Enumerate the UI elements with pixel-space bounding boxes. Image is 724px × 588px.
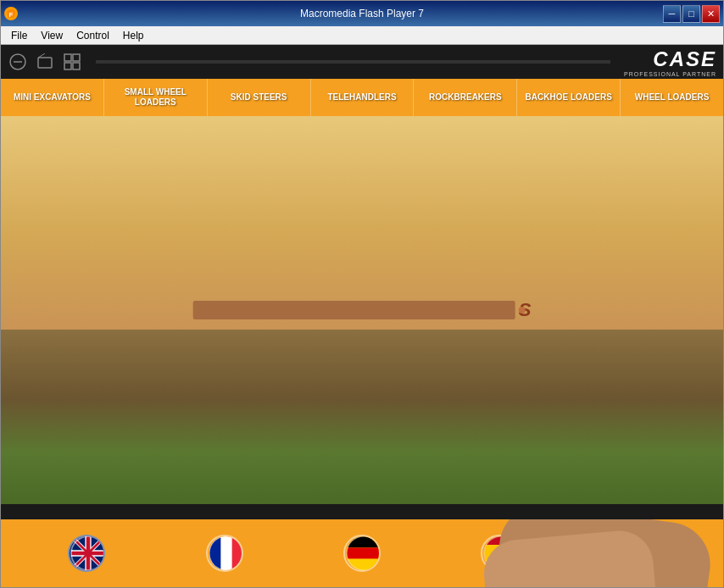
- svg-rect-4: [38, 58, 52, 68]
- main-content: S: [1, 116, 723, 504]
- menu-file[interactable]: File: [4, 28, 34, 43]
- svg-rect-7: [64, 54, 71, 61]
- nav-telehandlers[interactable]: TELEHANDLERS: [311, 79, 415, 116]
- loading-bar: [193, 301, 515, 319]
- restore-button[interactable]: □: [682, 5, 700, 23]
- menu-help[interactable]: Help: [116, 28, 151, 43]
- nav-backhoe-loaders[interactable]: BACKHOE LOADERS: [517, 79, 621, 116]
- nav-wheel-loaders[interactable]: WHEEL LOADERS: [621, 79, 723, 116]
- main-window: F Macromedia Flash Player 7 ─ □ ✕ File V…: [0, 0, 724, 588]
- svg-rect-28: [347, 547, 381, 558]
- title-controls: ─ □ ✕: [663, 5, 720, 23]
- toolbar-icon-x[interactable]: [8, 52, 28, 72]
- menu-control[interactable]: Control: [70, 28, 116, 43]
- nav-rockbreakers[interactable]: ROCKBREAKERS: [414, 79, 517, 116]
- svg-rect-10: [73, 63, 80, 69]
- window-title: Macromedia Flash Player 7: [300, 8, 424, 19]
- loading-dot: [519, 307, 526, 313]
- case-logo-text: CASE: [653, 47, 716, 71]
- svg-text:F: F: [9, 11, 14, 19]
- loading-area: S: [193, 299, 532, 321]
- nav-small-wheel-loaders[interactable]: SMALL WHEEL LOADERS: [104, 79, 208, 116]
- flash-container: CASE PROFESSIONAL PARTNER MINI EXCAVATOR…: [1, 45, 723, 587]
- svg-rect-9: [64, 63, 71, 69]
- menu-bar: File View Control Help: [1, 26, 723, 45]
- menu-view[interactable]: View: [34, 28, 70, 43]
- flash-toolbar: CASE PROFESSIONAL PARTNER: [1, 45, 723, 79]
- nav-skid-steers[interactable]: SKID STEERS: [208, 79, 311, 116]
- flag-germany[interactable]: [343, 535, 381, 572]
- title-bar-left: F: [4, 7, 18, 20]
- nav-bar: MINI EXCAVATORS SMALL WHEEL LOADERS SKID…: [1, 79, 723, 116]
- progress-bar: [96, 60, 610, 64]
- svg-rect-8: [73, 54, 80, 61]
- nav-mini-excavators[interactable]: MINI EXCAVATORS: [1, 79, 104, 116]
- flag-uk[interactable]: [68, 535, 105, 572]
- app-icon: F: [4, 7, 18, 20]
- minimize-button[interactable]: ─: [663, 5, 681, 23]
- toolbar-icon-grid[interactable]: [62, 52, 82, 72]
- close-button[interactable]: ✕: [702, 5, 720, 23]
- language-bar: [1, 519, 723, 587]
- bottom-bar: [1, 504, 723, 519]
- ground-background: [1, 330, 723, 504]
- case-logo-sub: PROFESSIONAL PARTNER: [624, 71, 716, 77]
- case-logo: CASE PROFESSIONAL PARTNER: [624, 47, 716, 77]
- toolbar-icon-square[interactable]: [35, 52, 55, 72]
- title-bar: F Macromedia Flash Player 7 ─ □ ✕: [1, 1, 723, 26]
- flag-france[interactable]: [206, 535, 243, 572]
